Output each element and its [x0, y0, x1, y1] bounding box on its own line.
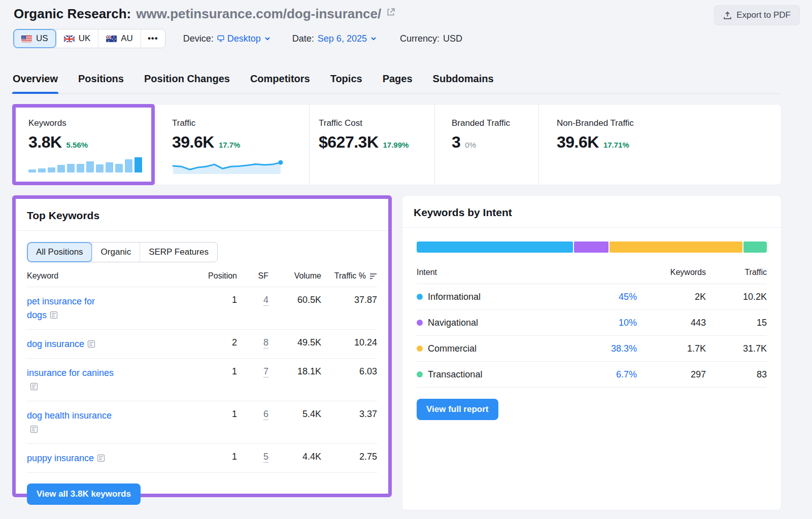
intent-label: Informational — [417, 292, 576, 302]
keyword-cell: puppy insurance — [27, 452, 116, 465]
serp-features-icon[interactable] — [50, 309, 58, 318]
chevron-down-icon — [264, 35, 271, 42]
country-tab-au[interactable]: AU — [98, 29, 141, 48]
country-tabs: USUKAU••• — [13, 29, 165, 48]
serp-features-icon[interactable] — [30, 381, 38, 389]
sf-cell: 8 — [239, 337, 268, 348]
intent-name: Transactional — [428, 369, 482, 380]
device-dropdown[interactable]: Desktop — [217, 33, 271, 44]
country-tab-us[interactable]: US — [14, 29, 56, 48]
table-header: Intent Keywords Traffic — [417, 268, 767, 284]
table-row: dog health insurance165.4K3.37 — [27, 401, 377, 443]
metric-value: 3 — [452, 133, 460, 152]
percent-link[interactable]: 38.3% — [611, 343, 637, 354]
organic-research-page: Organic Research: www.petinsurance.com/d… — [0, 0, 812, 519]
sort-descending-icon[interactable] — [369, 273, 377, 280]
intent-table: Intent Keywords Traffic Informational45%… — [417, 268, 767, 387]
percent-link[interactable]: 10% — [619, 318, 637, 328]
metric-branded-traffic: Branded Traffic 3 0% — [434, 105, 538, 185]
bar — [106, 162, 113, 172]
flag-us-icon — [21, 35, 32, 42]
intent-label: Navigational — [417, 318, 576, 328]
chevron-down-icon — [370, 35, 377, 42]
percent-link[interactable]: 45% — [619, 292, 637, 302]
filter-tab-organic[interactable]: Organic — [92, 243, 140, 262]
keyword-link[interactable]: dog health insurance — [27, 410, 112, 421]
device-value: Desktop — [227, 33, 261, 44]
metric-value: $627.3K — [319, 133, 378, 152]
desktop-icon — [217, 35, 224, 42]
intent-distribution-bar — [417, 241, 767, 253]
tab-pages[interactable]: Pages — [382, 69, 413, 93]
position-value: 1 — [194, 295, 237, 305]
sf-value[interactable]: 6 — [263, 409, 268, 420]
export-to-pdf-button[interactable]: Export to PDF — [714, 5, 800, 25]
sf-value[interactable]: 4 — [263, 295, 268, 306]
device-label: Device: — [183, 33, 214, 44]
more-countries-button[interactable]: ••• — [141, 29, 165, 48]
table-row: Transactional6.7%29783 — [417, 361, 767, 387]
date-label: Date: — [292, 33, 314, 44]
tab-position-changes[interactable]: Position Changes — [144, 69, 230, 93]
filter-bar: USUKAU••• Device: Desktop Date: Sep 6, 2… — [13, 28, 462, 49]
sf-cell: 6 — [239, 409, 268, 420]
sf-value[interactable]: 8 — [263, 337, 268, 349]
keyword-link[interactable]: puppy insurance — [27, 453, 94, 463]
metric-value: 3.8K — [28, 133, 62, 152]
date-dropdown[interactable]: Sep 6, 2025 — [318, 33, 377, 44]
external-link-icon[interactable] — [386, 8, 395, 17]
keywords-trend-barchart — [28, 157, 144, 172]
top-keywords-panel: Top Keywords All PositionsOrganicSERP Fe… — [12, 195, 392, 497]
table-row: puppy insurance154.4K2.75 — [27, 443, 377, 472]
keyword-cell: pet insurance for dogs — [27, 295, 116, 322]
bar — [28, 169, 36, 172]
country-tab-uk[interactable]: UK — [56, 29, 98, 48]
sf-cell: 7 — [239, 366, 268, 377]
keyword-link[interactable]: dog insurance — [27, 339, 84, 349]
keyword-link[interactable]: insurance for canines — [27, 368, 114, 378]
metric-change: 5.56% — [66, 141, 88, 149]
view-full-report-button[interactable]: View full report — [417, 399, 498, 420]
tab-positions[interactable]: Positions — [78, 69, 124, 93]
tab-subdomains[interactable]: Subdomains — [432, 69, 494, 93]
traffic-percent-value: 10.24 — [323, 337, 377, 348]
intent-name: Commercial — [428, 343, 477, 354]
sf-cell: 5 — [239, 452, 268, 462]
page-title: Organic Research: — [14, 6, 131, 22]
percent-link[interactable]: 6.7% — [616, 369, 637, 379]
intent-name: Navigational — [428, 318, 478, 328]
traffic-count: 83 — [706, 369, 767, 380]
filter-tab-serp-features[interactable]: SERP Features — [140, 243, 217, 262]
country-code-label: UK — [79, 33, 91, 44]
tab-topics[interactable]: Topics — [330, 69, 363, 93]
view-all-keywords-button[interactable]: View all 3.8K keywords — [27, 483, 141, 505]
traffic-trend-linechart — [172, 157, 309, 177]
volume-value: 49.5K — [270, 337, 321, 348]
metric-change: 0% — [465, 141, 476, 149]
country-code-label: US — [36, 33, 48, 44]
bar — [96, 164, 104, 172]
metric-keywords: Keywords 3.8K 5.56% — [13, 105, 157, 185]
filter-tab-all-positions[interactable]: All Positions — [27, 243, 92, 262]
sf-value[interactable]: 7 — [263, 366, 268, 377]
serp-features-icon[interactable] — [87, 338, 95, 347]
percent-cell: 45% — [576, 292, 637, 302]
table-row: Informational45%2K10.2K — [417, 284, 767, 309]
table-row: Commercial38.3%1.7K31.7K — [417, 335, 767, 361]
device-filter: Device: Desktop — [183, 33, 271, 44]
col-traffic: Traffic % — [334, 271, 366, 281]
traffic-percent-value: 2.75 — [323, 452, 377, 462]
bar — [134, 157, 142, 172]
tab-competitors[interactable]: Competitors — [250, 69, 311, 93]
metric-change: 17.99% — [383, 141, 409, 149]
serp-features-icon[interactable] — [30, 424, 38, 432]
intent-segment-navigational — [574, 241, 608, 253]
metric-change: 17.7% — [219, 141, 241, 149]
sf-cell: 4 — [239, 295, 268, 305]
sf-value[interactable]: 5 — [263, 452, 268, 463]
position-value: 2 — [194, 337, 237, 348]
serp-features-icon[interactable] — [97, 453, 105, 461]
intent-color-dot — [417, 345, 423, 352]
tab-overview[interactable]: Overview — [12, 69, 58, 93]
keyword-link[interactable]: pet insurance for dogs — [27, 296, 95, 320]
